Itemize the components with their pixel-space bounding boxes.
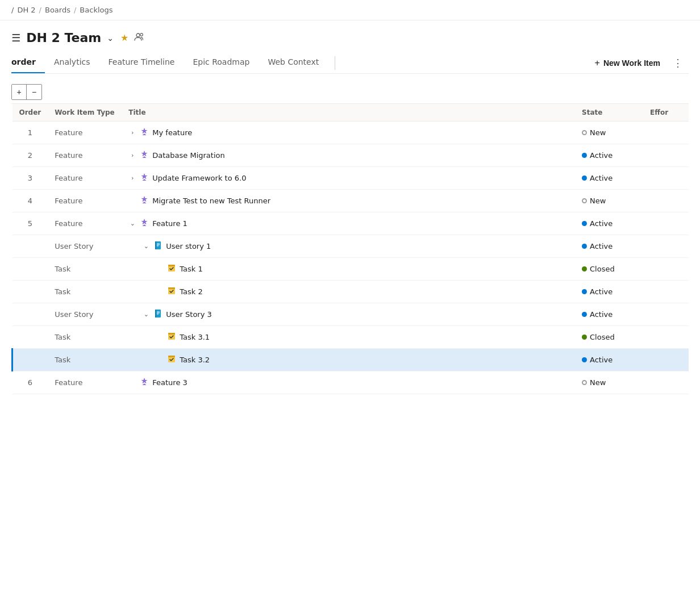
cell-title[interactable]: › My feature bbox=[122, 122, 575, 144]
task-icon bbox=[167, 286, 176, 297]
favorite-star-icon[interactable]: ★ bbox=[120, 32, 128, 43]
table-row[interactable]: User Story ⌄ User Story 3 Active bbox=[13, 303, 689, 326]
cell-effort bbox=[643, 326, 689, 349]
nav-tabs: order Analytics Feature Timeline Epic Ro… bbox=[11, 53, 689, 74]
cell-order: 3 bbox=[13, 167, 48, 190]
svg-rect-10 bbox=[144, 225, 145, 226]
table-row[interactable]: 4 Feature Migrate Test to new Test Runne… bbox=[13, 190, 689, 212]
work-item-title[interactable]: User story 1 bbox=[166, 242, 211, 250]
work-item-title[interactable]: Task 2 bbox=[180, 287, 202, 296]
cell-title[interactable]: › Database Migration bbox=[122, 144, 575, 167]
cell-state: New bbox=[575, 371, 643, 394]
work-item-title[interactable]: Feature 1 bbox=[152, 219, 188, 228]
team-name-chevron-icon[interactable]: ⌄ bbox=[107, 34, 114, 43]
svg-rect-8 bbox=[144, 202, 145, 203]
expand-right-arrow-icon[interactable]: › bbox=[128, 174, 136, 182]
state-dot-active bbox=[582, 176, 587, 181]
svg-rect-22 bbox=[155, 310, 156, 317]
table-row[interactable]: 2 Feature › Database Migration Active bbox=[13, 144, 689, 167]
new-work-item-label: New Work Item bbox=[603, 59, 660, 68]
cell-title[interactable]: ⌄ User Story 3 bbox=[122, 303, 575, 326]
team-members-icon[interactable] bbox=[134, 32, 144, 44]
new-work-item-button[interactable]: + New Work Item bbox=[588, 55, 667, 72]
tab-feature-timeline[interactable]: Feature Timeline bbox=[99, 53, 184, 73]
tab-backlog[interactable]: order bbox=[11, 53, 45, 73]
cell-title[interactable]: Feature 3 bbox=[122, 371, 575, 394]
cell-state: New bbox=[575, 122, 643, 144]
expand-down-arrow-icon[interactable]: ⌄ bbox=[128, 220, 136, 227]
work-item-title[interactable]: Database Migration bbox=[152, 151, 224, 160]
cell-effort bbox=[643, 144, 689, 167]
expand-right-arrow-icon[interactable]: › bbox=[128, 152, 136, 159]
state-label: Active bbox=[590, 356, 612, 364]
table-row[interactable]: 5 Feature ⌄ Feature 1 Active bbox=[13, 212, 689, 235]
cell-order bbox=[13, 326, 48, 349]
cell-title[interactable]: Migrate Test to new Test Runner bbox=[122, 190, 575, 212]
team-name[interactable]: DH 2 Team bbox=[26, 31, 101, 45]
more-options-button[interactable]: ⋮ bbox=[667, 53, 689, 73]
cell-type: Feature bbox=[48, 122, 122, 144]
table-row[interactable]: 3 Feature › Update Framework to 6.0 Acti… bbox=[13, 167, 689, 190]
cell-state: Active bbox=[575, 303, 643, 326]
cell-state: Active bbox=[575, 167, 643, 190]
state-dot-active bbox=[582, 244, 587, 249]
svg-rect-6 bbox=[144, 179, 145, 181]
cell-title[interactable]: Task 3.1 bbox=[122, 326, 575, 349]
svg-rect-9 bbox=[143, 203, 146, 203]
work-item-title[interactable]: Migrate Test to new Test Runner bbox=[152, 197, 270, 205]
cell-title[interactable]: Task 2 bbox=[122, 281, 575, 303]
cell-state: New bbox=[575, 190, 643, 212]
cell-title[interactable]: Task 1 bbox=[122, 258, 575, 281]
work-item-title[interactable]: Task 1 bbox=[180, 265, 202, 273]
cell-state: Closed bbox=[575, 258, 643, 281]
state-dot-new bbox=[582, 130, 587, 135]
work-item-title[interactable]: My feature bbox=[152, 128, 192, 137]
table-row[interactable]: Task Task 3.1 Closed bbox=[13, 326, 689, 349]
tab-web-context[interactable]: Web Context bbox=[259, 53, 328, 73]
work-item-title[interactable]: Task 3.1 bbox=[180, 333, 210, 341]
main-content: + − Order Work Item Type Title State Eff… bbox=[0, 74, 700, 401]
cell-title[interactable]: › Update Framework to 6.0 bbox=[122, 167, 575, 190]
tab-analytics[interactable]: Analytics bbox=[45, 53, 99, 73]
breadcrumb-dh2[interactable]: DH 2 bbox=[17, 6, 35, 14]
expand-right-arrow-icon[interactable]: › bbox=[128, 129, 136, 136]
work-item-title[interactable]: User Story 3 bbox=[166, 310, 212, 319]
table-row[interactable]: Task Task 3.2 Active bbox=[13, 349, 689, 371]
svg-point-1 bbox=[140, 33, 143, 36]
work-item-title[interactable]: Feature 3 bbox=[152, 378, 188, 387]
state-label: Closed bbox=[590, 265, 615, 273]
cell-order: 1 bbox=[13, 122, 48, 144]
hamburger-icon[interactable]: ☰ bbox=[11, 32, 20, 44]
cell-title[interactable]: Task 3.2 bbox=[122, 349, 575, 371]
expand-down-arrow-icon[interactable]: ⌄ bbox=[142, 243, 150, 250]
table-row[interactable]: 1 Feature › My feature New bbox=[13, 122, 689, 144]
table-row[interactable]: Task Task 2 Active bbox=[13, 281, 689, 303]
cell-order: 2 bbox=[13, 144, 48, 167]
svg-rect-7 bbox=[143, 180, 146, 181]
table-row[interactable]: 6 Feature Feature 3 New bbox=[13, 371, 689, 394]
cell-effort bbox=[643, 122, 689, 144]
cell-effort bbox=[643, 349, 689, 371]
state-label: New bbox=[590, 128, 606, 137]
cell-state: Closed bbox=[575, 326, 643, 349]
cell-title[interactable]: ⌄ User story 1 bbox=[122, 235, 575, 258]
breadcrumb-boards[interactable]: Boards bbox=[45, 6, 70, 14]
svg-rect-13 bbox=[155, 241, 156, 249]
work-item-title[interactable]: Update Framework to 6.0 bbox=[152, 174, 246, 182]
work-item-title[interactable]: Task 3.2 bbox=[180, 356, 210, 364]
expand-all-button[interactable]: + bbox=[12, 85, 27, 99]
expand-down-arrow-icon[interactable]: ⌄ bbox=[142, 311, 150, 318]
col-header-state: State bbox=[575, 104, 643, 122]
breadcrumb-sep-1: / bbox=[39, 6, 41, 14]
collapse-all-button[interactable]: − bbox=[27, 85, 41, 99]
tab-epic-roadmap[interactable]: Epic Roadmap bbox=[184, 53, 259, 73]
cell-order bbox=[13, 281, 48, 303]
cell-type: Feature bbox=[48, 212, 122, 235]
table-row[interactable]: User Story ⌄ User story 1 Active bbox=[13, 235, 689, 258]
userstory-icon bbox=[153, 309, 163, 320]
svg-rect-30 bbox=[144, 384, 145, 385]
table-row[interactable]: Task Task 1 Closed bbox=[13, 258, 689, 281]
cell-title[interactable]: ⌄ Feature 1 bbox=[122, 212, 575, 235]
svg-point-0 bbox=[136, 34, 140, 37]
state-dot-active bbox=[582, 221, 587, 226]
